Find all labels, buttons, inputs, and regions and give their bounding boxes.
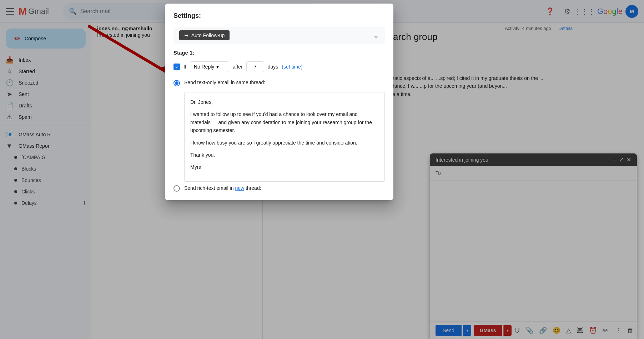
- radio-rich-text-option: Send rich-text email in new thread:: [173, 184, 385, 192]
- email-para1: I wanted to follow up to see if you'd ha…: [190, 110, 379, 134]
- radio-rich-text-button[interactable]: [173, 185, 180, 192]
- radio-text-only-label: Send text-only email in same thread:: [184, 79, 265, 86]
- days-input[interactable]: [246, 61, 264, 72]
- settings-modal: Settings: ↪ Auto Follow-up ⌄ Stage 1: ✓ …: [165, 4, 393, 200]
- chevron-down-icon[interactable]: ⌄: [373, 31, 379, 40]
- days-label: days: [268, 64, 278, 70]
- email-signature: Myra: [190, 163, 379, 171]
- no-reply-dropdown[interactable]: No Reply ▾: [190, 61, 229, 72]
- settings-title: Settings:: [173, 12, 385, 20]
- thread-suffix: thread:: [246, 185, 261, 191]
- condition-checkbox[interactable]: ✓: [173, 64, 180, 70]
- radio-rich-text-label: Send rich-text email in new thread:: [184, 185, 261, 191]
- email-greeting-line: Dr. Jones,: [190, 98, 379, 106]
- radio-text-only-button[interactable]: [173, 80, 180, 86]
- condition-row: ✓ If No Reply ▾ after days (set time): [173, 61, 385, 72]
- new-thread-link[interactable]: new: [235, 185, 244, 191]
- email-para2: I know how busy you are so I greatly app…: [190, 139, 379, 147]
- auto-followup-tag[interactable]: ↪ Auto Follow-up: [179, 30, 230, 40]
- after-label: after: [233, 64, 243, 70]
- stage-label: Stage 1:: [173, 50, 385, 56]
- auto-followup-header: ↪ Auto Follow-up ⌄: [173, 27, 385, 44]
- rich-text-prefix: Send rich-text email in: [184, 185, 234, 191]
- if-label: If: [183, 64, 186, 70]
- radio-text-only-option: Send text-only email in same thread:: [173, 79, 385, 86]
- set-time-link[interactable]: (set time): [282, 64, 302, 70]
- auto-followup-label: Auto Follow-up: [191, 32, 225, 38]
- email-closing: Thank you,: [190, 151, 379, 159]
- auto-followup-icon: ↪: [184, 32, 188, 38]
- dropdown-chevron: ▾: [216, 64, 219, 70]
- followup-email-textarea[interactable]: Dr. Jones, I wanted to follow up to see …: [184, 92, 385, 182]
- no-reply-value: No Reply: [194, 64, 215, 70]
